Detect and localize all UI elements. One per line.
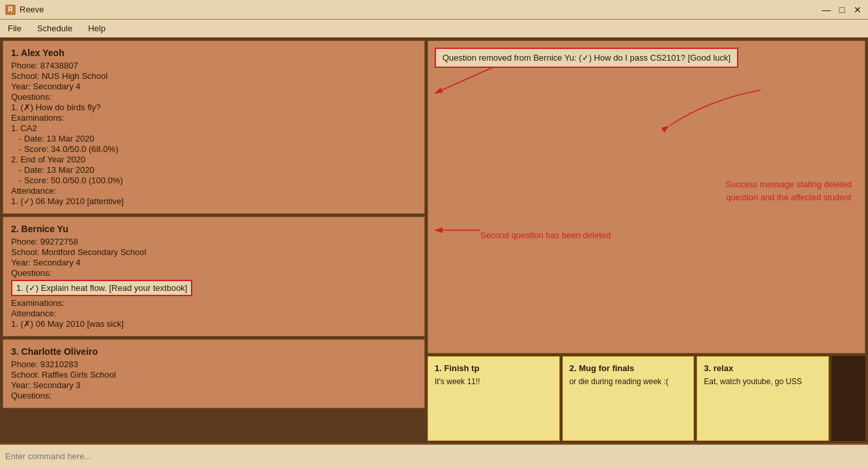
student-exams-label-alex: Examinations:	[11, 113, 416, 123]
student-exam-alex-2-date: - Date: 13 Mar 2020	[19, 165, 416, 175]
app-icon: R	[5, 5, 16, 15]
menu-schedule[interactable]: Schedule	[35, 22, 75, 35]
student-phone-alex: Phone: 87438807	[11, 61, 416, 70]
student-school-alex: School: NUS High School	[11, 71, 416, 81]
student-attendance-label-bernice: Attendance:	[11, 309, 416, 318]
output-message: Question removed from Bernice Yu: (✓) Ho…	[435, 48, 738, 68]
student-attendance-bernice-1: 1. (✗) 06 May 2010 [was sick]	[11, 319, 416, 329]
student-exam-alex-1-score: - Score: 34.0/50.0 (68.0%)	[19, 144, 416, 154]
student-school-bernice: School: Montford Secondary School	[11, 247, 416, 257]
menu-help[interactable]: Help	[85, 22, 108, 35]
student-card-bernice: 2. Bernice Yu Phone: 99272758 School: Mo…	[3, 217, 425, 337]
student-questions-label-alex: Questions:	[11, 92, 416, 102]
svg-line-2	[435, 67, 493, 93]
student-questions-label-bernice: Questions:	[11, 268, 416, 278]
title-bar: R Reeve — □ ✕	[0, 0, 868, 20]
maximize-button[interactable]: □	[837, 5, 847, 15]
student-question-alex-1: 1. (✗) How do birds fly?	[11, 102, 416, 112]
note-card-3: 3. relax Eat, watch youtube, go USS	[697, 356, 829, 441]
window-controls[interactable]: — □ ✕	[821, 5, 863, 15]
note-title-3: 3. relax	[704, 363, 822, 373]
note-card-1: 1. Finish tp It's week 11!!	[427, 356, 560, 441]
note-title-1: 1. Finish tp	[435, 363, 553, 373]
student-name-bernice: 2. Bernice Yu	[11, 224, 416, 234]
app-title: Reeve	[20, 5, 821, 14]
minimize-button[interactable]: —	[821, 5, 832, 15]
annotation-deleted-text: Second question has been deleted	[480, 230, 611, 240]
notes-sidebar	[832, 356, 865, 441]
note-title-2: 2. Mug for finals	[570, 363, 687, 373]
student-attendance-alex-1: 1. (✓) 06 May 2010 [attentive]	[11, 196, 416, 206]
output-area: Question removed from Bernice Yu: (✓) Ho…	[427, 40, 865, 354]
close-button[interactable]: ✕	[852, 5, 863, 15]
student-questions-label-charlotte: Questions:	[11, 391, 416, 400]
student-attendance-label-alex: Attendance:	[11, 186, 416, 196]
student-name-charlotte: 3. Charlotte Oliveiro	[11, 346, 416, 357]
student-card-alex: 1. Alex Yeoh Phone: 87438807 School: NUS…	[3, 40, 425, 214]
student-year-charlotte: Year: Secondary 3	[11, 380, 416, 390]
note-body-1: It's week 11!!	[435, 377, 553, 386]
student-phone-bernice: Phone: 99272758	[11, 237, 416, 247]
annotation-success-text: Success message stating deleted question…	[725, 178, 852, 203]
student-list: 1. Alex Yeoh Phone: 87438807 School: NUS…	[3, 40, 425, 441]
menu-file[interactable]: File	[5, 22, 24, 35]
menu-bar: File Schedule Help	[0, 20, 868, 38]
student-year-bernice: Year: Secondary 4	[11, 258, 416, 267]
note-body-2: or die during reading week :(	[570, 377, 687, 386]
student-name-alex: 1. Alex Yeoh	[11, 48, 416, 58]
notes-area: 1. Finish tp It's week 11!! 2. Mug for f…	[427, 356, 865, 441]
right-panel: Question removed from Bernice Yu: (✓) Ho…	[427, 40, 865, 441]
command-input[interactable]	[5, 451, 863, 461]
note-card-2: 2. Mug for finals or die during reading …	[562, 356, 695, 441]
student-year-alex: Year: Secondary 4	[11, 82, 416, 91]
student-exam-alex-2-name: 2. End of Year 2020	[11, 155, 416, 164]
annotation-arrows	[428, 41, 858, 250]
student-question-bernice-1: 1. (✓) Explain heat flow. [Read your tex…	[11, 279, 416, 297]
highlighted-question: 1. (✓) Explain heat flow. [Read your tex…	[11, 280, 192, 296]
main-layout: 1. Alex Yeoh Phone: 87438807 School: NUS…	[0, 38, 868, 444]
command-bar[interactable]	[0, 444, 868, 467]
note-body-3: Eat, watch youtube, go USS	[704, 377, 822, 386]
student-phone-charlotte: Phone: 93210283	[11, 359, 416, 369]
student-exam-alex-1-name: 1. CA2	[11, 123, 416, 133]
student-school-charlotte: School: Raffles Girls School	[11, 370, 416, 380]
student-exam-alex-2-score: - Score: 50.0/50.0 (100.0%)	[19, 175, 416, 185]
student-exams-label-bernice: Examinations:	[11, 298, 416, 308]
student-card-charlotte: 3. Charlotte Oliveiro Phone: 93210283 Sc…	[3, 339, 425, 408]
student-exam-alex-1-date: - Date: 13 Mar 2020	[19, 134, 416, 143]
